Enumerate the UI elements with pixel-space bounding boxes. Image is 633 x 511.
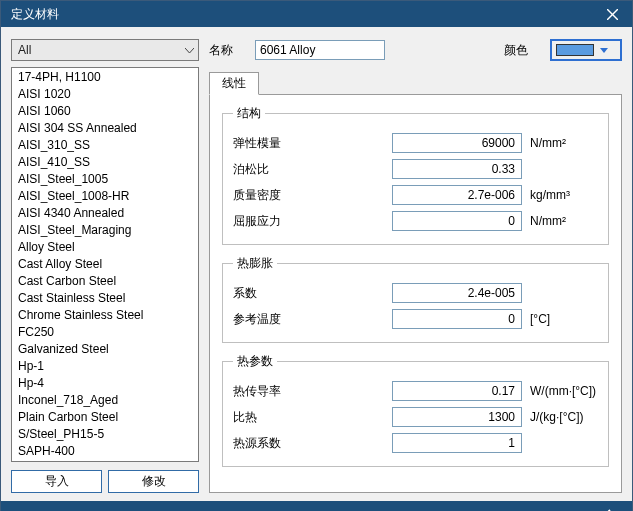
list-item[interactable]: AISI 1060 — [12, 103, 198, 120]
structure-input-2[interactable] — [392, 185, 522, 205]
list-item[interactable]: Alloy Steel — [12, 239, 198, 256]
property-label: 屈服应力 — [233, 213, 311, 230]
list-item[interactable]: Hp-4 — [12, 375, 198, 392]
window-title: 定义材料 — [11, 6, 592, 23]
list-item[interactable]: S/Steel_PH15-5 — [12, 426, 198, 443]
property-label: 系数 — [233, 285, 311, 302]
property-row: 系数 — [233, 280, 598, 306]
left-panel: All 17-4PH, H1100AISI 1020AISI 1060AISI … — [11, 39, 199, 493]
thermal-param-input-2[interactable] — [392, 433, 522, 453]
list-item[interactable]: AISI 1020 — [12, 86, 198, 103]
ok-button[interactable] — [574, 501, 628, 511]
property-row: 泊松比 — [233, 156, 598, 182]
property-unit: [°C] — [522, 312, 598, 326]
property-label: 弹性模量 — [233, 135, 311, 152]
list-item[interactable]: SAPH-400 — [12, 443, 198, 460]
group-thermal-expansion: 热膨胀 系数参考温度[°C] — [222, 255, 609, 343]
group-thermal-params: 热参数 热传导率W/(mm·[°C])比热J/(kg·[°C])热源系数 — [222, 353, 609, 467]
chevron-down-icon — [185, 43, 194, 57]
list-item[interactable]: Galvanized Steel — [12, 341, 198, 358]
chevron-down-icon — [600, 43, 608, 57]
property-row: 质量密度kg/mm³ — [233, 182, 598, 208]
property-unit: kg/mm³ — [522, 188, 598, 202]
color-label: 颜色 — [504, 42, 540, 59]
thermal-exp-input-0[interactable] — [392, 283, 522, 303]
list-item[interactable]: FC250 — [12, 324, 198, 341]
tab-linear[interactable]: 线性 — [209, 72, 259, 95]
property-unit: N/mm² — [522, 136, 598, 150]
material-name-input[interactable] — [255, 40, 385, 60]
thermal-param-input-1[interactable] — [392, 407, 522, 427]
group-structure-legend: 结构 — [233, 105, 265, 122]
define-material-dialog: 定义材料 All 17-4PH, H1100AISI 1020AISI 1060… — [0, 0, 633, 511]
close-button[interactable] — [592, 1, 632, 27]
property-label: 热传导率 — [233, 383, 311, 400]
property-unit: N/mm² — [522, 214, 598, 228]
color-swatch — [556, 44, 594, 56]
list-item[interactable]: AISI_410_SS — [12, 154, 198, 171]
property-unit: W/(mm·[°C]) — [522, 384, 598, 398]
property-row: 参考温度[°C] — [233, 306, 598, 332]
close-icon — [607, 9, 618, 20]
footer — [1, 501, 632, 511]
color-picker-button[interactable] — [550, 39, 622, 61]
list-item[interactable]: AISI_Steel_Maraging — [12, 222, 198, 239]
material-list[interactable]: 17-4PH, H1100AISI 1020AISI 1060AISI 304 … — [11, 67, 199, 462]
list-item[interactable]: Cast Alloy Steel — [12, 256, 198, 273]
property-label: 比热 — [233, 409, 311, 426]
property-row: 屈服应力N/mm² — [233, 208, 598, 234]
thermal-exp-input-1[interactable] — [392, 309, 522, 329]
list-item[interactable]: AISI 4340 Annealed — [12, 205, 198, 222]
property-row: 弹性模量N/mm² — [233, 130, 598, 156]
list-item[interactable]: Inconel_718_Aged — [12, 392, 198, 409]
left-buttons: 导入 修改 — [11, 470, 199, 493]
right-panel: 名称 颜色 线性 结构 弹性模量N/mm²泊松比质量密度kg/mm³屈服应力N/… — [209, 39, 622, 493]
group-structure: 结构 弹性模量N/mm²泊松比质量密度kg/mm³屈服应力N/mm² — [222, 105, 609, 245]
list-item[interactable]: 17-4PH, H1100 — [12, 69, 198, 86]
tab-panel: 结构 弹性模量N/mm²泊松比质量密度kg/mm³屈服应力N/mm² 热膨胀 系… — [209, 94, 622, 493]
titlebar: 定义材料 — [1, 1, 632, 27]
name-label: 名称 — [209, 42, 245, 59]
list-item[interactable]: AISI_Steel_1008-HR — [12, 188, 198, 205]
group-thermal-params-legend: 热参数 — [233, 353, 277, 370]
thermal-param-input-0[interactable] — [392, 381, 522, 401]
property-label: 泊松比 — [233, 161, 311, 178]
list-item[interactable]: AISI 304 SS Annealed — [12, 120, 198, 137]
structure-input-3[interactable] — [392, 211, 522, 231]
list-item[interactable]: Cast Stainless Steel — [12, 290, 198, 307]
group-thermal-expansion-legend: 热膨胀 — [233, 255, 277, 272]
list-item[interactable]: Hp-1 — [12, 358, 198, 375]
modify-button[interactable]: 修改 — [108, 470, 199, 493]
list-item[interactable]: AISI_310_SS — [12, 137, 198, 154]
property-row: 热传导率W/(mm·[°C]) — [233, 378, 598, 404]
structure-input-1[interactable] — [392, 159, 522, 179]
import-button[interactable]: 导入 — [11, 470, 102, 493]
list-item[interactable]: Cast Carbon Steel — [12, 273, 198, 290]
structure-input-0[interactable] — [392, 133, 522, 153]
name-color-row: 名称 颜色 — [209, 39, 622, 61]
dialog-body: All 17-4PH, H1100AISI 1020AISI 1060AISI … — [1, 27, 632, 501]
list-item[interactable]: AISI_Steel_1005 — [12, 171, 198, 188]
property-unit: J/(kg·[°C]) — [522, 410, 598, 424]
property-label: 热源系数 — [233, 435, 311, 452]
property-label: 参考温度 — [233, 311, 311, 328]
tab-row: 线性 — [209, 71, 622, 94]
list-item[interactable]: Chrome Stainless Steel — [12, 307, 198, 324]
material-filter-value: All — [18, 43, 31, 57]
material-filter-dropdown[interactable]: All — [11, 39, 199, 61]
property-label: 质量密度 — [233, 187, 311, 204]
property-row: 热源系数 — [233, 430, 598, 456]
property-row: 比热J/(kg·[°C]) — [233, 404, 598, 430]
list-item[interactable]: Plain Carbon Steel — [12, 409, 198, 426]
